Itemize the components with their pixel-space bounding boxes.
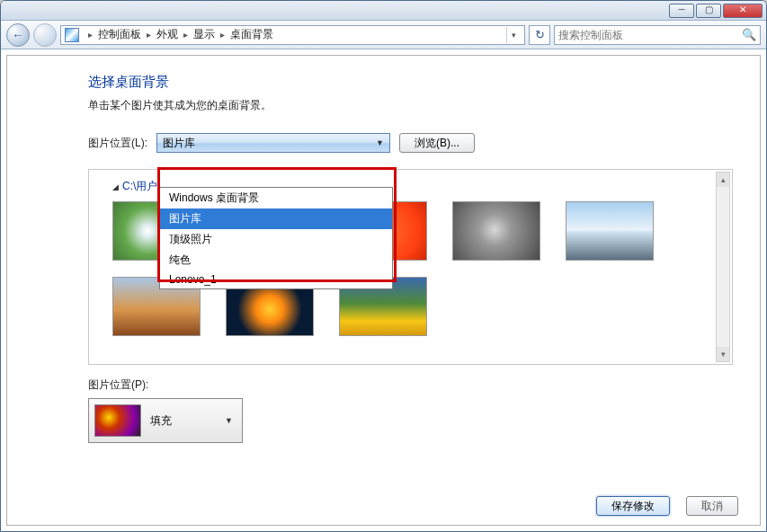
forward-button[interactable] (33, 23, 57, 47)
search-input[interactable] (558, 29, 742, 41)
picture-position-section: 图片位置(P): 填充 ▼ (88, 377, 733, 443)
thumbnail-image[interactable] (566, 201, 654, 261)
page-subtitle: 单击某个图片使其成为您的桌面背景。 (88, 98, 733, 113)
chevron-right-icon: ▸ (88, 30, 93, 40)
page-title: 选择桌面背景 (88, 74, 733, 91)
breadcrumb[interactable]: 显示 (193, 27, 215, 42)
scroll-up-button[interactable]: ▴ (717, 173, 729, 187)
combobox-value: 图片库 (163, 136, 195, 151)
bottom-action-bar: 保存修改 取消 (7, 487, 760, 525)
cancel-button[interactable]: 取消 (686, 496, 738, 516)
address-bar[interactable]: ▸ 控制面板 ▸ 外观 ▸ 显示 ▸ 桌面背景 ▾ (60, 25, 525, 45)
chevron-right-icon: ▸ (183, 30, 188, 40)
position-combobox[interactable]: 填充 ▼ (88, 398, 243, 443)
position-preview-thumb (94, 404, 141, 437)
breadcrumb[interactable]: 外观 (156, 27, 178, 42)
dropdown-item-picture-library[interactable]: 图片库 (160, 208, 392, 229)
chevron-right-icon: ▸ (220, 30, 225, 40)
refresh-button[interactable]: ↻ (529, 25, 550, 45)
chevron-down-icon: ▼ (225, 416, 236, 425)
titlebar: ─ ▢ ✕ (1, 1, 766, 21)
location-combobox[interactable]: 图片库 ▼ (156, 133, 390, 153)
search-box[interactable]: 🔍 (554, 25, 761, 45)
maximize-button[interactable]: ▢ (696, 4, 721, 18)
location-label: 图片位置(L): (88, 136, 147, 151)
breadcrumb[interactable]: 桌面背景 (230, 27, 273, 42)
scrollbar[interactable]: ▴ ▾ (716, 172, 730, 362)
minimize-button[interactable]: ─ (669, 4, 694, 18)
dropdown-item-lenovo1[interactable]: Lenovo_1 (160, 270, 392, 288)
location-row: 图片位置(L): 图片库 ▼ 浏览(B)... (88, 133, 733, 153)
back-button[interactable]: ← (6, 23, 30, 47)
content-panel: 选择桌面背景 单击某个图片使其成为您的桌面背景。 图片位置(L): 图片库 ▼ … (6, 55, 761, 526)
dropdown-item-top-photos[interactable]: 顶级照片 (160, 229, 392, 250)
dropdown-item-windows-bg[interactable]: Windows 桌面背景 (160, 188, 392, 208)
save-button[interactable]: 保存修改 (596, 496, 670, 516)
collapse-triangle-icon[interactable]: ◢ (112, 182, 119, 191)
breadcrumb[interactable]: 控制面板 (98, 27, 141, 42)
navbar: ← ▸ 控制面板 ▸ 外观 ▸ 显示 ▸ 桌面背景 ▾ ↻ 🔍 (1, 21, 766, 49)
browse-button[interactable]: 浏览(B)... (399, 133, 475, 153)
thumbnail-image[interactable] (452, 201, 540, 261)
chevron-right-icon: ▸ (147, 30, 151, 40)
search-icon: 🔍 (742, 28, 756, 41)
content-outer: 选择桌面背景 单击某个图片使其成为您的桌面背景。 图片位置(L): 图片库 ▼ … (1, 49, 766, 531)
control-panel-icon (65, 28, 79, 42)
address-dropdown-arrow[interactable]: ▾ (506, 27, 521, 43)
path-text: C:\用户\ (122, 179, 161, 194)
location-dropdown[interactable]: Windows 桌面背景 图片库 顶级照片 纯色 Lenovo_1 (159, 187, 393, 289)
close-button[interactable]: ✕ (723, 4, 763, 18)
window-frame: ─ ▢ ✕ ← ▸ 控制面板 ▸ 外观 ▸ 显示 ▸ 桌面背景 ▾ ↻ 🔍 选择… (0, 0, 767, 532)
dropdown-item-solid-color[interactable]: 纯色 (160, 250, 392, 270)
position-label: 图片位置(P): (88, 377, 733, 393)
chevron-down-icon: ▼ (376, 138, 384, 147)
position-value: 填充 (150, 413, 172, 429)
scroll-down-button[interactable]: ▾ (717, 347, 729, 361)
